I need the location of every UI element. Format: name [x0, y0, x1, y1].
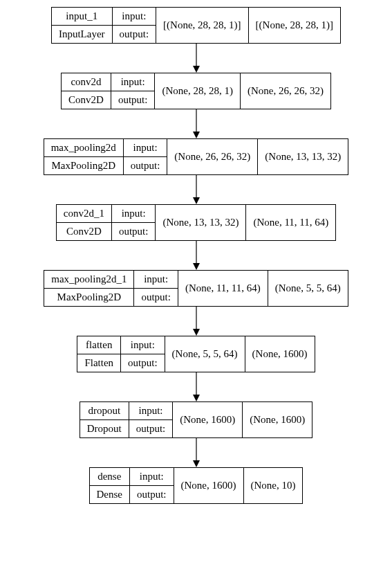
layer-class: Conv2D	[57, 223, 111, 240]
arrow-icon	[192, 438, 201, 467]
input-label: input:	[129, 402, 173, 420]
input-shape: (None, 1600)	[174, 468, 244, 503]
layer-node-flatten: flatten Flatten input: output: (None, 5,…	[77, 336, 315, 372]
layer-class: MaxPooling2D	[44, 157, 123, 174]
output-shape: (None, 5, 5, 64)	[268, 271, 348, 306]
output-label: output:	[121, 354, 165, 372]
input-shape: (None, 26, 26, 32)	[167, 139, 258, 174]
svg-marker-1	[193, 66, 200, 73]
svg-marker-5	[193, 197, 200, 204]
layer-class: Dropout	[80, 420, 129, 437]
output-label: output:	[112, 223, 156, 240]
layer-class: Flatten	[77, 354, 120, 372]
output-label: output:	[111, 91, 155, 109]
layer-name: conv2d_1	[57, 205, 111, 223]
layer-node-conv2d_1: conv2d_1 Conv2D input: output: (None, 13…	[56, 204, 337, 241]
model-architecture-diagram: input_1 InputLayer input: output: [(None…	[7, 7, 385, 504]
output-label: output:	[124, 157, 167, 174]
layer-node-input_1: input_1 InputLayer input: output: [(None…	[51, 7, 341, 44]
layer-node-dropout: dropout Dropout input: output: (None, 16…	[80, 401, 312, 438]
output-label: output:	[130, 486, 174, 503]
layer-node-max_pooling2d_1: max_pooling2d_1 MaxPooling2D input: outp…	[44, 270, 348, 307]
layer-class: Dense	[90, 486, 130, 503]
input-shape: [(None, 28, 28, 1)]	[156, 8, 248, 43]
output-label: output:	[134, 289, 178, 306]
layer-name: dropout	[80, 402, 129, 420]
layer-name: max_pooling2d	[44, 139, 123, 157]
svg-marker-7	[193, 263, 200, 270]
output-label: output:	[113, 26, 156, 43]
arrow-icon	[192, 109, 201, 138]
svg-marker-3	[193, 132, 200, 138]
svg-marker-11	[193, 395, 200, 401]
layer-node-conv2d: conv2d Conv2D input: output: (None, 28, …	[61, 73, 331, 109]
layer-name: dense	[90, 468, 130, 486]
output-shape: (None, 13, 13, 32)	[258, 139, 348, 174]
output-shape: (None, 1600)	[243, 402, 312, 437]
arrow-icon	[192, 44, 201, 73]
input-label: input:	[134, 271, 178, 289]
input-label: input:	[121, 336, 165, 354]
svg-marker-13	[193, 460, 200, 467]
input-label: input:	[113, 8, 156, 26]
input-shape: (None, 5, 5, 64)	[165, 336, 245, 372]
input-label: input:	[112, 205, 156, 223]
svg-marker-9	[193, 329, 200, 336]
input-shape: (None, 28, 28, 1)	[155, 73, 240, 109]
layer-node-dense: dense Dense input: output: (None, 1600) …	[89, 467, 304, 504]
output-shape: (None, 1600)	[245, 336, 315, 372]
arrow-icon	[192, 175, 201, 204]
output-label: output:	[129, 420, 173, 437]
arrow-icon	[192, 307, 201, 336]
layer-class: Conv2D	[62, 91, 111, 109]
layer-name: max_pooling2d_1	[44, 271, 133, 289]
layer-name: input_1	[52, 8, 112, 26]
output-shape: (None, 26, 26, 32)	[241, 73, 330, 109]
input-shape: (None, 13, 13, 32)	[156, 205, 246, 240]
layer-name: conv2d	[62, 73, 111, 91]
output-shape: (None, 10)	[244, 468, 303, 503]
layer-class: InputLayer	[52, 26, 112, 43]
input-label: input:	[111, 73, 155, 91]
output-shape: [(None, 28, 28, 1)]	[249, 8, 340, 43]
layer-class: MaxPooling2D	[44, 289, 133, 306]
arrow-icon	[192, 241, 201, 270]
input-label: input:	[124, 139, 167, 157]
layer-name: flatten	[77, 336, 120, 354]
output-shape: (None, 11, 11, 64)	[246, 205, 335, 240]
input-label: input:	[130, 468, 174, 486]
input-shape: (None, 1600)	[173, 402, 243, 437]
layer-node-max_pooling2d: max_pooling2d MaxPooling2D input: output…	[44, 138, 349, 175]
input-shape: (None, 11, 11, 64)	[178, 271, 268, 306]
arrow-icon	[192, 372, 201, 401]
